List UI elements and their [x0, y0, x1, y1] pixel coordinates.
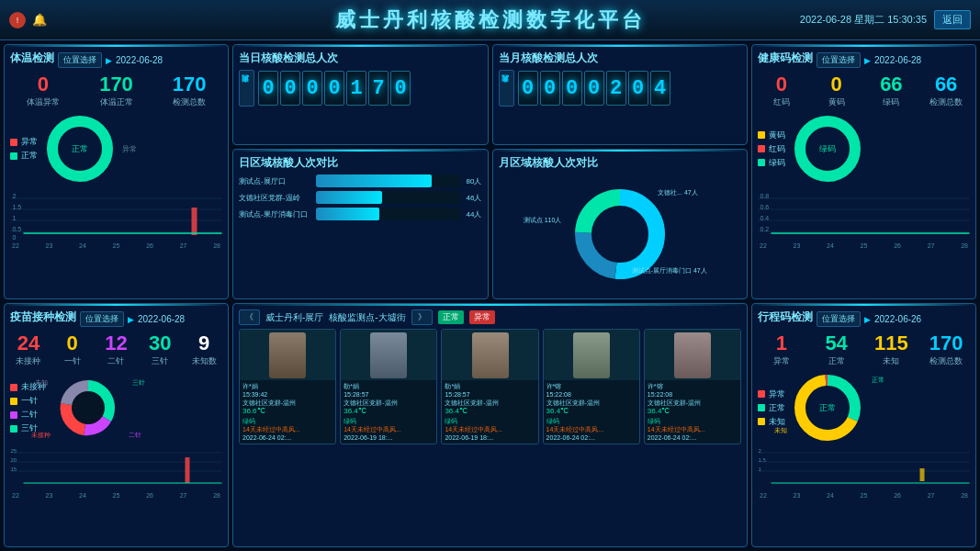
legend-dot-red [758, 145, 765, 152]
digit-5: 7 [368, 71, 389, 106]
bar-label-1: 文德社区党群-温岭 [239, 193, 312, 203]
card-location-0: 文德社区党群-温州 [242, 399, 332, 407]
health-location-btn[interactable]: 位置选择 [817, 52, 861, 68]
travel-normal-value: 54 [813, 332, 861, 354]
temp-stat-total: 170 检测总数 [156, 73, 222, 108]
temp-donut-chart: 正常 [43, 112, 117, 186]
travel-donut-chart: 正常 正常 未知 [791, 371, 864, 444]
top-right-info: 2022-06-28 星期二 15:30:35 返回 [800, 10, 971, 29]
video-header: 《 威士丹利-展厅 核酸监测点-大墟街 》 正常 异常 [239, 309, 741, 325]
travel-legend-normal [758, 404, 765, 411]
travel-normal-label: 正常 [813, 355, 861, 367]
video-card-2: 勒*娟 15:28:57 文德社区党群-温州 36.4℃ 绿码 14天未经过中高… [441, 329, 538, 444]
card-warning-3: 14天未经过中高风... [546, 425, 636, 433]
vaccine-location-btn[interactable]: 位置选择 [80, 311, 124, 327]
vaccine-val-0: 24 [10, 332, 47, 354]
temp-abnormal-value: 0 [10, 73, 76, 96]
video-card-3: 许*镕 15:22:08 文德社区党群-温州 36.4℃ 绿码 14天未经过中高… [543, 329, 640, 444]
card-temp-3: 36.4℃ [546, 407, 636, 416]
health-legend-yellow: 黄码 [758, 129, 785, 141]
video-thumb-0 [240, 330, 335, 380]
health-donut-label: 绿码 [819, 143, 836, 155]
bar-row-2: 测试点-果厅消毒门口 44人 [239, 208, 482, 220]
travel-legend-abnormal [758, 390, 765, 398]
vaccine-panel: 疫苗接种检测 位置选择 ▶ 2022-06-28 24 未接种 0 一针 12 … [4, 303, 229, 547]
vaccine-val-3: 30 [141, 332, 178, 354]
health-stats-row: 0 红码 0 黄码 66 绿码 66 检测总数 [758, 73, 970, 108]
temp-abnormal-tag: 异常 [122, 144, 137, 154]
temp-stats-row: 0 体温异常 170 体温正常 170 检测总数 [10, 73, 222, 108]
legend-dot-yellow [758, 131, 765, 139]
vaccine-val-4: 9 [186, 332, 222, 354]
travel-legend: 异常 正常 未知 [758, 388, 785, 428]
travel-stat-total: 170 检测总数 [922, 332, 970, 367]
temp-donut-label: 正常 [72, 143, 88, 155]
bar-fill-1 [316, 191, 382, 204]
pie-label-unknown: 未知 [35, 378, 48, 388]
card-name-3: 许*镕 [546, 382, 636, 390]
monthly-donut-panel: 月区域核酸人次对比 文德社... 47人 测试点 110人 [492, 149, 749, 299]
video-info-4: 许*镕 15:22:08 文德社区党群-温州 36.4℃ 绿码 14天未经过中高… [645, 380, 740, 444]
monthly-counter-panel: 当月核酸检测总人次 月检测人次 0 0 0 0 2 0 4 [492, 44, 749, 145]
temp-normal-label: 体温正常 [84, 96, 150, 108]
monthly-donut-chart: 文德社... 47人 测试点 110人 测试点-展厅消毒门口 47人 [569, 184, 670, 285]
legend-dot-green [758, 159, 765, 166]
person-silhouette-0 [269, 332, 306, 378]
card-name-2: 勒*娟 [445, 382, 535, 390]
monthly-counter-display: 月检测人次 0 0 0 0 2 0 4 [499, 70, 742, 107]
temp-location-btn[interactable]: 位置选择 [58, 52, 102, 68]
svg-rect-35 [186, 457, 190, 483]
pie-label-two: 二针 [129, 431, 141, 440]
bar-fill-2 [316, 208, 379, 220]
bar-track-0 [316, 174, 461, 187]
vaccine-lbl-4: 未知数 [186, 355, 222, 367]
card-status-4: 绿码 [648, 417, 738, 425]
video-info-2: 勒*娟 15:28:57 文德社区党群-温州 36.4℃ 绿码 14天未经过中高… [442, 380, 537, 444]
card-temp-0: 36.6℃ [242, 407, 332, 416]
card-name-1: 勒*娟 [344, 382, 434, 390]
svg-rect-48 [920, 468, 925, 481]
video-thumb-2 [442, 330, 537, 380]
digit-6: 0 [390, 71, 411, 106]
travel-normal-label-chart: 正常 [872, 376, 884, 385]
card-temp-1: 36.4℃ [344, 407, 434, 416]
temp-line-chart: 2 1.5 1 0.5 0 22 23 24 25 26 27 28 [10, 189, 222, 240]
health-yellow-label: 黄码 [813, 96, 861, 108]
svg-point-28 [72, 391, 105, 424]
card-temp-4: 36.4℃ [648, 407, 738, 416]
counter-row: 当日核酸检测总人次 日检测人次 0 0 0 0 1 7 0 当月核酸检测总 [232, 44, 748, 145]
svg-text:15: 15 [11, 467, 17, 472]
card-temp-2: 36.4℃ [445, 407, 535, 416]
health-donut-chart: 绿码 [791, 112, 864, 186]
card-name-4: 许*镕 [648, 382, 738, 390]
mdigit-2: 0 [562, 71, 582, 106]
health-stat-yellow: 0 黄码 [813, 73, 861, 108]
legend-unvaccinated [10, 384, 17, 391]
card-date-2: 2022-06-19 18:... [445, 433, 535, 442]
back-button[interactable]: 返回 [934, 10, 971, 29]
card-date-3: 2022-06-24 02:... [546, 433, 636, 442]
video-panel: 《 威士丹利-展厅 核酸监测点-大墟街 》 正常 异常 许*娟 15:39:42… [232, 303, 748, 547]
status-normal-tag: 正常 [438, 310, 464, 324]
video-card-1: 勒*娟 15:28:57 文德社区党群-温州 36.4℃ 绿码 14天未经过中高… [340, 329, 437, 444]
video-prev-btn[interactable]: 《 [239, 309, 260, 325]
video-thumb-4 [645, 330, 740, 380]
svg-text:0.8: 0.8 [760, 193, 770, 199]
card-date-4: 2022-06-24 02:... [648, 433, 738, 442]
temp-legend-abnormal: 异常 [10, 136, 38, 148]
pie-label-three: 三针 [132, 378, 145, 388]
vaccine-legend: 未接种 一针 二针 三针 [10, 381, 46, 434]
video-next-btn[interactable]: 》 [411, 309, 433, 325]
svg-rect-11 [192, 208, 197, 235]
travel-donut-label: 正常 [819, 402, 836, 414]
monthly-label-1: 测试点 110人 [524, 216, 562, 225]
legend-two-shot [10, 411, 17, 419]
travel-location-btn[interactable]: 位置选择 [817, 311, 861, 327]
legend-three-shot [10, 425, 17, 433]
status-abnormal-tag: 异常 [469, 310, 495, 324]
travel-total-value: 170 [922, 332, 970, 354]
vaccine-stat-3: 30 三针 [141, 332, 178, 367]
card-time-4: 15:22:08 [648, 390, 738, 399]
bar-value-2: 44人 [467, 209, 482, 219]
svg-text:20: 20 [11, 457, 17, 463]
